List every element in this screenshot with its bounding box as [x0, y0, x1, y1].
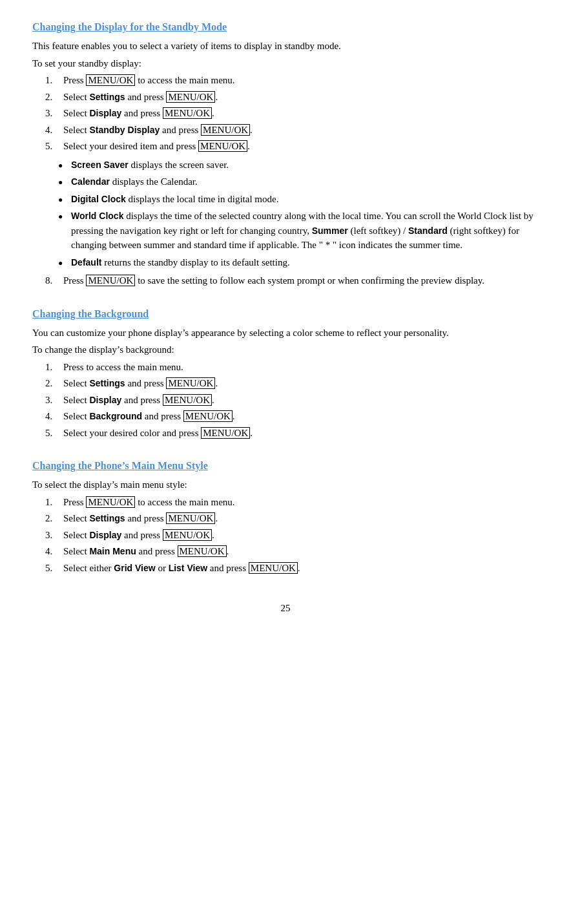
bold-screen-saver: Screen Saver — [71, 160, 129, 170]
section1-steps: Press MENU/OK to access the main menu. S… — [45, 73, 539, 154]
section2-title: Changing the Background — [32, 306, 539, 322]
section3-title: Changing the Phone’s Main Menu Style — [32, 458, 539, 474]
section3: Changing the Phone’s Main Menu Style To … — [32, 458, 539, 575]
section3-step1: Press MENU/OK to access the main menu. — [45, 495, 539, 510]
section1-step1: Press MENU/OK to access the main menu. — [45, 73, 539, 88]
section2-step4: Select Background and press MENU/OK. — [45, 409, 539, 424]
menu-key: MENU/OK — [86, 275, 135, 286]
section1-step2: Select Settings and press MENU/OK. — [45, 90, 539, 105]
menu-key: MENU/OK — [201, 427, 250, 439]
bold-settings3: Settings — [89, 513, 125, 523]
section2-step2: Select Settings and press MENU/OK. — [45, 376, 539, 391]
bold-main-menu: Main Menu — [89, 546, 136, 556]
menu-key: MENU/OK — [86, 496, 135, 508]
menu-key: MENU/OK — [163, 394, 212, 406]
section3-step3: Select Display and press MENU/OK. — [45, 528, 539, 543]
menu-key: MENU/OK — [163, 107, 212, 119]
menu-key: MENU/OK — [166, 377, 215, 389]
section3-intro1: To select the display’s main menu style: — [32, 478, 539, 492]
section1-step8: Press MENU/OK to save the setting to fol… — [45, 273, 539, 288]
bullet-world-clock: World Clock displays the time of the sel… — [58, 209, 539, 253]
section1-title: Changing the Display for the Standby Mod… — [32, 19, 539, 35]
section2-step1: Press to access the main menu. — [45, 360, 539, 375]
bullet-screen-saver: Screen Saver displays the screen saver. — [58, 158, 539, 173]
menu-key: MENU/OK — [86, 74, 135, 86]
menu-key: MENU/OK — [166, 512, 215, 524]
bold-settings2: Settings — [89, 378, 125, 388]
bullet-calendar: Calendar displays the Calendar. — [58, 174, 539, 189]
menu-key: MENU/OK — [198, 140, 247, 152]
menu-key: MENU/OK — [183, 410, 233, 422]
bold-standard: Standard — [408, 226, 448, 236]
section2-intro1: You can customize your phone display’s a… — [32, 326, 539, 341]
bold-display3: Display — [89, 530, 121, 540]
section1-step8-list: Press MENU/OK to save the setting to fol… — [45, 273, 539, 288]
bold-settings: Settings — [89, 92, 125, 102]
bullet-digital-clock: Digital Clock displays the local time in… — [58, 192, 539, 207]
section3-step5: Select either Grid View or List View and… — [45, 561, 539, 576]
section1-step5: Select your desired item and press MENU/… — [45, 139, 539, 154]
section2-step5: Select your desired color and press MENU… — [45, 426, 539, 441]
bold-digital-clock: Digital Clock — [71, 194, 126, 204]
section1-step4: Select Standby Display and press MENU/OK… — [45, 123, 539, 138]
menu-key: MENU/OK — [249, 562, 298, 574]
section2-steps: Press to access the main menu. Select Se… — [45, 360, 539, 441]
bold-display2: Display — [89, 395, 121, 405]
section3-steps: Press MENU/OK to access the main menu. S… — [45, 495, 539, 576]
section1-step3: Select Display and press MENU/OK. — [45, 106, 539, 121]
menu-key: MENU/OK — [163, 529, 212, 541]
menu-key: MENU/OK — [166, 91, 215, 103]
bullet-default: Default returns the standby display to i… — [58, 255, 539, 270]
section3-step2: Select Settings and press MENU/OK. — [45, 511, 539, 526]
section2-step3: Select Display and press MENU/OK. — [45, 393, 539, 408]
section1: Changing the Display for the Standby Mod… — [32, 19, 539, 288]
bold-world-clock: World Clock — [71, 211, 123, 221]
bold-default: Default — [71, 257, 101, 268]
bold-display: Display — [89, 108, 121, 118]
section2-intro2: To change the display’s background: — [32, 342, 539, 357]
bold-standby-display: Standby Display — [89, 125, 160, 135]
bold-background: Background — [89, 411, 142, 421]
section1-bullets: Screen Saver displays the screen saver. … — [58, 158, 539, 270]
page-number: 25 — [32, 601, 539, 616]
section2: Changing the Background You can customiz… — [32, 306, 539, 441]
bold-summer: Summer — [312, 226, 348, 236]
bold-list-view: List View — [169, 563, 207, 573]
section3-step4: Select Main Menu and press MENU/OK. — [45, 544, 539, 559]
menu-key: MENU/OK — [178, 545, 227, 557]
section1-intro2: To set your standby display: — [32, 56, 539, 71]
bold-calendar: Calendar — [71, 176, 110, 187]
bold-grid-view: Grid View — [114, 563, 155, 573]
section1-intro1: This feature enables you to select a var… — [32, 39, 539, 54]
menu-key: MENU/OK — [201, 124, 250, 136]
